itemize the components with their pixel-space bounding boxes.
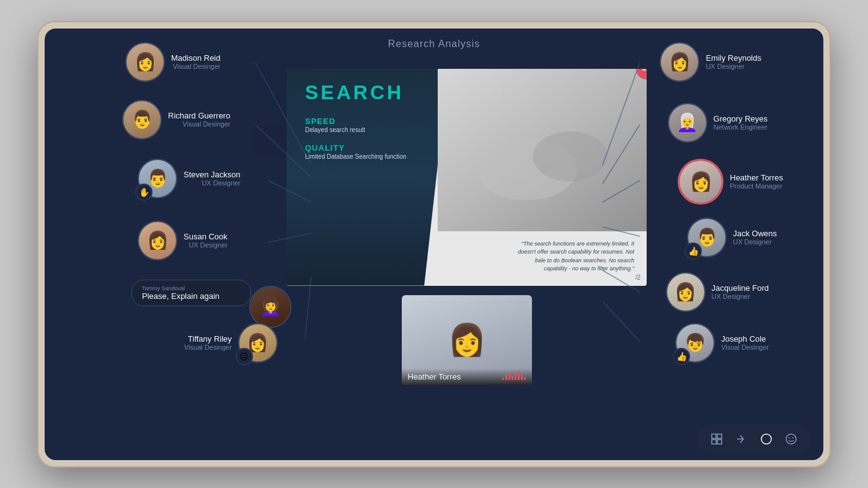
video-name: Heather Torres [408,372,461,381]
participant-name: Heather Torres [730,173,783,182]
participant-role: Network Engineer [714,123,768,131]
participant-gregory-reyes: 👩‍🦳 Gregory Reyes Network Engineer [668,103,768,143]
participant-role: Visual Desinger [171,63,221,70]
slide-section-title: SPEED [305,117,406,126]
avatar-container[interactable]: 👦 👍 [675,323,715,363]
participant-role: Visual Desinger [721,344,769,351]
header: Research Analysis [45,29,823,60]
slide-title: SEARCH [305,81,406,104]
reaction-badge: 👍 [684,242,702,260]
participant-name: Gregory Reyes [714,114,768,123]
participant-info: Jack Owens UX Designer [733,229,777,246]
participant-tammy-avatar[interactable]: 👩‍🦱 [249,286,291,328]
tablet-frame: Research Analysis Madison Reid Visual De… [37,21,831,468]
svg-point-21 [792,437,794,438]
participant-tiffany-riley: Tiffany Riley Visual Desinger 👩 ☹ [184,323,278,363]
participant-role: UX Designer [184,179,241,187]
reaction-badge: ✋ [135,184,153,201]
avatar-container[interactable]: 👩 ☹ [238,323,278,363]
participant-info: Jacqueline Ford UX Designer [712,283,769,300]
participant-name: Tiffany Riley [184,334,232,344]
avatar: 👩 [678,159,724,205]
emoji-button[interactable] [781,429,801,449]
avatar-container[interactable]: 👨 [122,100,162,140]
avatar-container[interactable]: 👩 [678,159,724,205]
avatar: 👩‍🦳 [668,103,707,143]
participant-jacqueline-ford: 👩 Jacqueline Ford UX Designer [666,272,769,312]
slide-quote-area: "The search functions are extremely limi… [510,240,634,273]
slide-quote: "The search functions are extremely limi… [510,240,634,273]
participant-role: UX Designer [706,63,761,70]
bubble-person-label: Tammy Sandoval [142,285,219,291]
slide-section-desc: Limited Database Searching function [305,153,406,161]
reaction-badge: ☹ [236,348,253,365]
participant-info: Richard Guerrero Visual Desinger [168,111,230,128]
svg-rect-16 [712,440,716,444]
participant-role: Visual Desinger [168,120,230,128]
participant-info: Tiffany Riley Visual Desinger [184,334,232,351]
participant-role: UX Designer [184,241,228,249]
avatar: 👩‍🦱 [249,286,291,328]
participant-heather-torres: 👩 Heather Torres Product Manager [678,159,783,205]
slide-section-quality: QUALITY Limited Database Searching funct… [305,143,406,161]
participant-jack-owens: 👨 👍 Jack Owens UX Designer [687,218,777,257]
speech-bubble-tammy: Tammy Sandoval Please, Explain again [131,280,251,306]
tablet-screen: Research Analysis Madison Reid Visual De… [45,29,823,460]
avatar: 👩 [666,272,706,312]
presentation-area: ✏ AS-IS problem form SURVEY SEARCH SPEED… [286,69,647,385]
avatar-container[interactable]: 👩‍🦳 [668,103,707,143]
slide-section-title: QUALITY [305,143,406,153]
participant-name: Richard Guerrero [168,111,230,120]
participant-susan-cook: Susan Cook UX Designer 👩 [138,221,228,260]
participant-joseph-cole: 👦 👍 Joseph Cole Visual Desinger [675,323,769,363]
avatar: 👨 [122,100,162,140]
slide-section-speed: SPEED Delayed search result [305,117,406,135]
avatar: 👩 [138,221,177,260]
video-thumbnail[interactable]: 👩 Heather Torres [402,295,532,385]
slide-image [438,69,647,232]
svg-rect-14 [712,434,716,438]
participant-steven-jackson: Steven Jackson UX Designer 👨 ✋ [138,159,241,198]
avatar-container[interactable]: 👩 [138,221,177,260]
svg-rect-15 [717,434,722,438]
slide-content: SEARCH SPEED Delayed search result QUALI… [305,81,406,170]
participant-name: Susan Cook [184,232,228,241]
svg-point-19 [786,434,796,444]
slide-page-number: /2 [636,274,640,281]
participant-info: Steven Jackson UX Designer [184,170,241,187]
participant-name: Jack Owens [733,229,777,238]
participant-info: Gregory Reyes Network Engineer [714,114,768,131]
participant-name: Joseph Cole [721,334,769,344]
svg-point-18 [761,434,771,444]
svg-rect-17 [717,440,722,444]
participant-role: Product Manager [730,182,783,190]
avatar-container[interactable]: 👨 ✋ [138,159,177,198]
svg-point-13 [533,131,608,181]
participant-role: Visual Desinger [184,344,232,351]
participant-richard-guerrero: Richard Guerrero Visual Desinger 👨 [122,100,230,140]
bubble-text: Please, Explain again [142,291,219,301]
svg-point-20 [789,437,790,438]
reaction-badge: 👍 [673,348,690,365]
participant-name: Jacqueline Ford [712,283,769,293]
participant-info: Susan Cook UX Designer [184,232,228,249]
avatar-container[interactable]: 👨 👍 [687,218,727,257]
record-button[interactable] [756,429,776,449]
avatar-container[interactable]: 👩 [666,272,706,312]
grid-view-button[interactable] [707,429,727,449]
participant-info: Joseph Cole Visual Desinger [721,334,769,351]
page-title: Research Analysis [388,38,480,50]
participant-role: UX Designer [733,238,777,246]
video-waveform [502,369,526,380]
participant-info: Heather Torres Product Manager [730,173,783,190]
participant-role: UX Designer [712,293,769,300]
share-button[interactable] [732,429,751,449]
slide-image-area [438,69,647,232]
presentation-slide: ✏ AS-IS problem form SURVEY SEARCH SPEED… [286,69,647,286]
slide-section-desc: Delayed search result [305,126,406,135]
participant-name: Steven Jackson [184,170,241,179]
bottom-toolbar [697,424,811,454]
